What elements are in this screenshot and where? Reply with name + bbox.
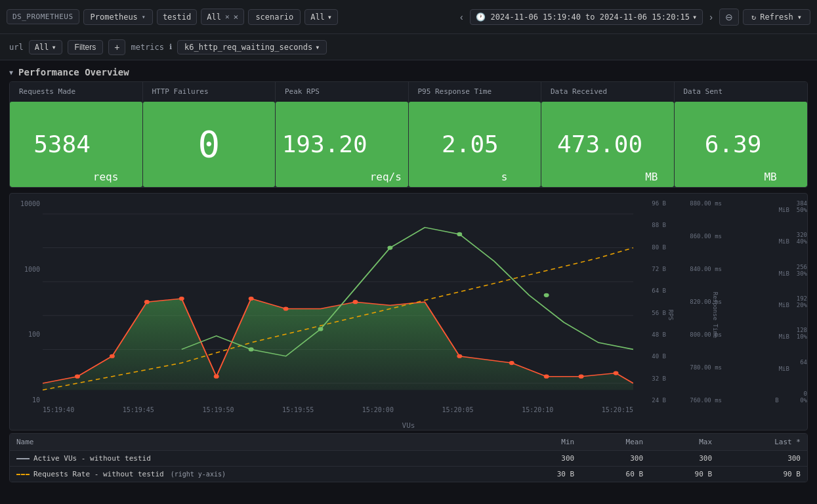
series-indicator-0: Active VUs - without testid (16, 454, 505, 463)
chevron-down-icon-2: ▾ (327, 12, 332, 22)
section-header[interactable]: ▼ Performance Overview (0, 60, 817, 81)
y-r1-1: 88 B (633, 222, 666, 228)
response-time-axis-label: Response Time (712, 292, 719, 338)
legend-min-1: 30 B (512, 467, 581, 482)
y-r3-4: 128 MiB 10% (771, 327, 807, 340)
y-axis-right1: 96 B 88 B 80 B 72 B 64 B 56 B 48 B 40 B … (633, 194, 666, 404)
col-max: Max (650, 434, 719, 451)
x-label-3: 15:19:55 (282, 406, 314, 413)
svg-point-17 (579, 375, 584, 379)
svg-point-20 (318, 327, 324, 331)
y-r1-7: 40 B (633, 353, 666, 360)
y-r1-5: 56 B (633, 310, 666, 316)
y-r3-2: 256 MiB 30% (771, 264, 807, 277)
filters-button[interactable]: Filters (68, 40, 104, 54)
stat-title-1: HTTP Failures (152, 87, 266, 96)
svg-point-12 (283, 306, 289, 310)
svg-point-21 (387, 245, 392, 249)
metric-select-dropdown[interactable]: k6_http_req_waiting_seconds ▾ (177, 40, 327, 54)
x-label-6: 15:20:10 (522, 406, 553, 413)
stat-number-5: 6.39 (705, 133, 762, 156)
time-prev-button[interactable]: ‹ (457, 12, 466, 22)
legend-last-1: 90 B (719, 467, 807, 482)
x-label-0: 15:19:40 (43, 406, 74, 413)
metrics-label: metrics (131, 43, 164, 52)
stat-title-3: P95 Response Time (418, 87, 532, 96)
stat-number-2: 193.20 (282, 133, 367, 156)
stat-card-data-received: Data Received 473.00 MB (541, 82, 675, 187)
y-r3-5: 64 MiB (771, 359, 807, 372)
stat-title-0: Requests Made (19, 87, 133, 96)
y-r2-2: 840.00 ms (676, 266, 722, 272)
refresh-label: Refresh (760, 12, 793, 22)
legend-table: Name Min Mean Max Last * Active VUs - wi… (9, 433, 808, 482)
col-min: Min (512, 434, 581, 451)
stat-card-http-failures: HTTP Failures 0 (143, 82, 276, 187)
scenario-all-label: All (310, 12, 325, 22)
main-chart: 10000 1000 100 10 (9, 193, 808, 430)
y-left-3: 10 (12, 396, 40, 404)
add-filter-button[interactable]: + (108, 39, 125, 55)
x-label-4: 15:20:00 (362, 406, 394, 413)
stat-cards: Requests Made 5384 reqs HTTP Failures 0 … (9, 81, 808, 188)
svg-point-11 (249, 297, 254, 301)
svg-point-22 (457, 232, 462, 236)
close-icon-2[interactable]: × (234, 12, 239, 22)
url-all-label: All (35, 43, 49, 52)
legend-text-0: Active VUs - without testid (33, 454, 151, 463)
url-chevron-icon: ▾ (51, 43, 56, 52)
stat-card-data-sent: Data Sent 6.39 MB (675, 82, 808, 187)
time-next-button[interactable]: › (707, 12, 715, 22)
stat-title-5: Data Sent (684, 87, 799, 96)
stat-card-requests-made: Requests Made 5384 reqs (10, 82, 143, 187)
col-name: Name (10, 434, 512, 451)
x-label-5: 15:20:05 (442, 406, 473, 413)
all-tag[interactable]: All ✕ × (201, 9, 244, 25)
stat-card-peak-rps: Peak RPS 193.20 req/s (276, 82, 409, 187)
scenario-label: scenario (255, 12, 293, 22)
scenario-all-tag[interactable]: All ▾ (304, 9, 338, 25)
y-r1-9: 24 B (633, 397, 666, 404)
scenario-dropdown[interactable]: scenario (248, 9, 301, 25)
time-range-selector[interactable]: 🕐 2024-11-06 15:19:40 to 2024-11-06 15:2… (470, 9, 703, 25)
clock-icon: 🕐 (476, 12, 486, 22)
stat-number-0: 5384 (33, 133, 91, 156)
stat-unit-2: req/s (370, 171, 402, 187)
svg-point-19 (249, 347, 254, 351)
refresh-button[interactable]: ↻ Refresh ▾ (743, 9, 810, 25)
prometheus-label: Prometheus (91, 12, 138, 22)
col-last: Last * (719, 434, 807, 451)
y-r1-6: 48 B (633, 331, 666, 338)
url-all-dropdown[interactable]: All ▾ (29, 40, 62, 54)
stat-value-area-1: 0 (143, 102, 276, 187)
legend-max-0: 300 (650, 451, 719, 467)
legend-min-0: 300 (512, 451, 581, 467)
svg-point-9 (179, 297, 184, 301)
all-label: All (207, 12, 221, 22)
prometheus-dropdown[interactable]: Prometheus ▾ (83, 9, 153, 25)
testid-label: testid (163, 12, 191, 22)
y-left-0: 10000 (12, 200, 40, 207)
time-chevron-icon: ▾ (692, 12, 697, 22)
y-left-2: 100 (12, 331, 40, 338)
x-label-2: 15:19:50 (202, 406, 234, 413)
y-r2-5: 780.00 ms (676, 364, 722, 371)
close-icon[interactable]: ✕ (225, 12, 230, 21)
legend-last-0: 300 (719, 451, 807, 467)
metrics-info-icon[interactable]: ℹ (169, 43, 172, 51)
chevron-down-icon: ▾ (142, 13, 146, 20)
legend-mean-0: 300 (581, 451, 650, 467)
y-r1-2: 80 B (633, 244, 666, 251)
legend-text-1: Requests Rate - without testid (33, 470, 164, 478)
zoom-button[interactable]: ⊖ (719, 9, 739, 26)
stat-value-area-2: 193.20 req/s (276, 102, 408, 187)
stat-unit-5: MB (764, 171, 776, 187)
stat-title-2: Peak RPS (285, 87, 399, 96)
top-bar: DS_PROMETHEUS Prometheus ▾ testid All ✕ … (0, 0, 817, 34)
testid-tag[interactable]: testid (157, 9, 197, 25)
stat-unit-0: reqs (93, 171, 119, 187)
legend-suffix-1: (right y-axis) (171, 471, 226, 478)
legend-name-0: Active VUs - without testid (10, 451, 512, 467)
svg-point-10 (214, 375, 219, 379)
stat-value-area-0: 5384 reqs (10, 102, 142, 187)
